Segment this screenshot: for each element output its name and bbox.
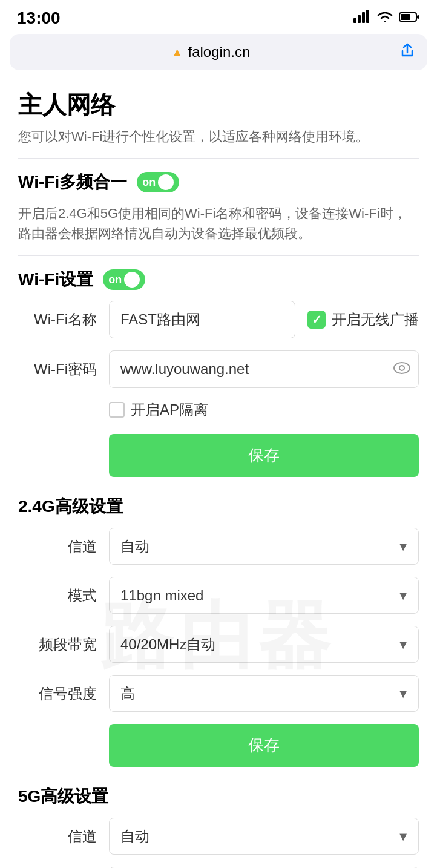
wifi-password-input-wrapper bbox=[109, 350, 419, 388]
svg-rect-1 bbox=[358, 15, 361, 23]
ap-isolation-row: 开启AP隔离 bbox=[109, 400, 419, 419]
bandwidth-24g-select-wrapper: 40/20MHz自动 ▼ bbox=[109, 626, 419, 663]
wifi-icon bbox=[376, 10, 393, 27]
svg-rect-5 bbox=[401, 14, 410, 20]
advanced-5g-section: 5G高级设置 信道 自动 ▼ 模式 11a/n/ac mixed ▼ 频段带宽 bbox=[18, 785, 419, 868]
advanced-24g-header: 2.4G高级设置 bbox=[18, 495, 419, 518]
wireless-broadcast-label: 开启无线广播 bbox=[332, 310, 419, 329]
page-content: 主人网络 您可以对Wi-Fi进行个性化设置，以适应各种网络使用环境。 Wi-Fi… bbox=[0, 70, 437, 868]
channel-5g-row: 信道 自动 ▼ bbox=[18, 818, 419, 855]
multiband-toggle[interactable]: on bbox=[137, 172, 179, 192]
svg-rect-0 bbox=[353, 18, 356, 23]
url-text: falogin.cn bbox=[188, 44, 251, 61]
signal-24g-label: 信号强度 bbox=[18, 684, 109, 703]
wifi-name-input-wrapper bbox=[109, 301, 295, 338]
wireless-broadcast-area: 开启无线广播 bbox=[307, 310, 419, 329]
svg-rect-2 bbox=[362, 12, 365, 23]
eye-icon[interactable] bbox=[393, 361, 410, 378]
wifi-toggle-circle bbox=[124, 272, 140, 288]
toggle-circle bbox=[158, 174, 174, 190]
mode-24g-row: 模式 11bgn mixed ▼ bbox=[18, 577, 419, 614]
channel-5g-select[interactable]: 自动 bbox=[109, 818, 419, 855]
ap-isolation-checkbox[interactable] bbox=[109, 402, 125, 418]
wifi-password-row: Wi-Fi密码 bbox=[18, 350, 419, 388]
bandwidth-24g-row: 频段带宽 40/20MHz自动 ▼ bbox=[18, 626, 419, 663]
divider-1 bbox=[18, 255, 419, 256]
wifi-settings-title: Wi-Fi设置 bbox=[18, 268, 93, 291]
wifi-settings-toggle[interactable]: on bbox=[103, 269, 145, 290]
svg-point-7 bbox=[394, 363, 410, 373]
share-icon[interactable] bbox=[399, 42, 415, 62]
signal-24g-row: 信号强度 高 ▼ bbox=[18, 675, 419, 712]
bandwidth-24g-label: 频段带宽 bbox=[18, 635, 109, 654]
svg-point-8 bbox=[399, 366, 404, 370]
channel-24g-label: 信道 bbox=[18, 537, 109, 556]
wireless-broadcast-checkbox[interactable] bbox=[307, 311, 326, 329]
svg-rect-6 bbox=[417, 15, 419, 19]
advanced-24g-save-wrapper: 保存 bbox=[109, 724, 419, 767]
mode-24g-label: 模式 bbox=[18, 586, 109, 605]
ap-isolation-label: 开启AP隔离 bbox=[131, 400, 208, 419]
status-icons bbox=[353, 10, 420, 27]
channel-24g-select-wrapper: 自动 ▼ bbox=[109, 528, 419, 565]
wifi-name-label: Wi-Fi名称 bbox=[18, 310, 109, 329]
multiband-toggle-label: on bbox=[142, 176, 156, 189]
battery-icon bbox=[399, 10, 420, 26]
page-subtitle: 您可以对Wi-Fi进行个性化设置，以适应各种网络使用环境。 bbox=[18, 128, 419, 146]
wifi-name-input[interactable] bbox=[109, 301, 295, 338]
channel-5g-label: 信道 bbox=[18, 827, 109, 846]
channel-5g-select-wrapper: 自动 ▼ bbox=[109, 818, 419, 855]
divider-top bbox=[18, 158, 419, 159]
status-bar: 13:00 bbox=[0, 0, 437, 34]
address-bar-content: ▲ falogin.cn bbox=[22, 44, 399, 61]
address-bar[interactable]: ▲ falogin.cn bbox=[10, 34, 427, 70]
advanced-24g-save-button[interactable]: 保存 bbox=[109, 724, 419, 767]
multiband-header: Wi-Fi多频合一 on bbox=[18, 171, 419, 194]
channel-24g-select[interactable]: 自动 bbox=[109, 528, 419, 565]
wifi-save-wrapper: 保存 bbox=[109, 434, 419, 477]
multiband-title: Wi-Fi多频合一 bbox=[18, 171, 127, 194]
wifi-settings-toggle-label: on bbox=[108, 274, 122, 286]
advanced-5g-header: 5G高级设置 bbox=[18, 785, 419, 808]
advanced-5g-title: 5G高级设置 bbox=[18, 785, 108, 808]
wifi-settings-header: Wi-Fi设置 on bbox=[18, 268, 419, 291]
wifi-password-input[interactable] bbox=[109, 350, 419, 388]
advanced-24g-title: 2.4G高级设置 bbox=[18, 495, 123, 518]
signal-icon bbox=[353, 10, 370, 27]
signal-24g-select-wrapper: 高 ▼ bbox=[109, 675, 419, 712]
multiband-desc: 开启后2.4G和5G使用相同的Wi-Fi名称和密码，设备连接Wi-Fi时，路由器… bbox=[18, 203, 419, 243]
status-time: 13:00 bbox=[17, 8, 61, 28]
svg-rect-3 bbox=[366, 10, 369, 23]
wifi-multiband-section: Wi-Fi多频合一 on 开启后2.4G和5G使用相同的Wi-Fi名称和密码，设… bbox=[18, 171, 419, 243]
channel-24g-row: 信道 自动 ▼ bbox=[18, 528, 419, 565]
page-title: 主人网络 bbox=[18, 88, 419, 122]
signal-24g-select[interactable]: 高 bbox=[109, 675, 419, 712]
warning-icon: ▲ bbox=[171, 45, 183, 59]
bandwidth-24g-select[interactable]: 40/20MHz自动 bbox=[109, 626, 419, 663]
mode-24g-select[interactable]: 11bgn mixed bbox=[109, 577, 419, 614]
wifi-password-label: Wi-Fi密码 bbox=[18, 360, 109, 379]
wifi-settings-section: Wi-Fi设置 on Wi-Fi名称 开启无线广播 Wi-Fi密码 bbox=[18, 268, 419, 477]
wifi-name-row: Wi-Fi名称 开启无线广播 bbox=[18, 301, 419, 338]
mode-24g-select-wrapper: 11bgn mixed ▼ bbox=[109, 577, 419, 614]
advanced-24g-section: 2.4G高级设置 信道 自动 ▼ 模式 11bgn mixed ▼ 频段带宽 bbox=[18, 495, 419, 767]
wifi-settings-save-button[interactable]: 保存 bbox=[109, 434, 419, 477]
